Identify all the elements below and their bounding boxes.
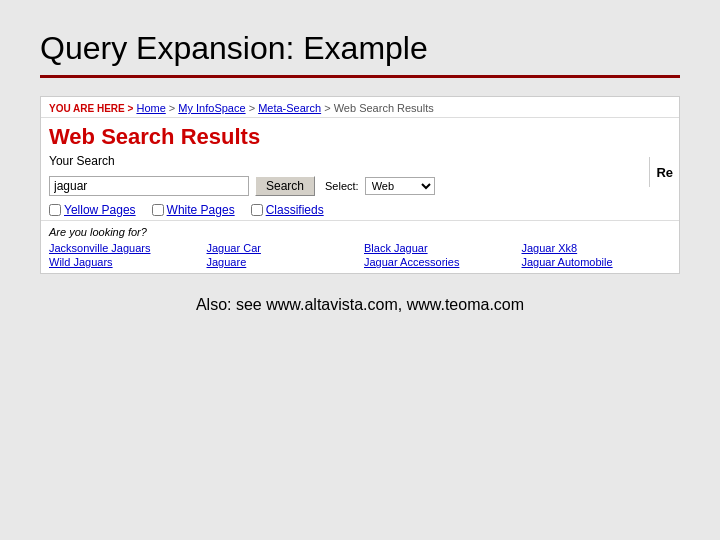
title-rule <box>40 75 680 78</box>
suggestion-jaguar-car[interactable]: Jaguar Car <box>207 242 357 254</box>
breadcrumb-myinfospace[interactable]: My InfoSpace <box>178 102 245 114</box>
checkbox-classifieds: Classifieds <box>251 203 324 217</box>
white-pages-checkbox[interactable] <box>152 204 164 216</box>
select-dropdown[interactable]: Web Images News <box>365 177 435 195</box>
search-row: Search Select: Web Images News <box>41 172 679 200</box>
classifieds-link[interactable]: Classifieds <box>266 203 324 217</box>
suggestions-grid: Jacksonville Jaguars Jaguar Car Black Ja… <box>49 242 671 268</box>
checkbox-row: Yellow Pages White Pages Classifieds <box>41 200 679 220</box>
white-pages-link[interactable]: White Pages <box>167 203 235 217</box>
web-search-heading: Web Search Results <box>41 118 679 152</box>
looking-for-title: Are you looking for? <box>49 226 671 238</box>
suggestion-jacksonville-jaguars[interactable]: Jacksonville Jaguars <box>49 242 199 254</box>
search-button[interactable]: Search <box>255 176 315 196</box>
checkbox-white-pages: White Pages <box>152 203 235 217</box>
breadcrumb-metasearch[interactable]: Meta-Search <box>258 102 321 114</box>
suggestion-jaguar-accessories[interactable]: Jaguar Accessories <box>364 256 514 268</box>
search-input[interactable] <box>49 176 249 196</box>
classifieds-checkbox[interactable] <box>251 204 263 216</box>
you-are-here-label: YOU ARE HERE > <box>49 103 133 114</box>
select-label: Select: <box>325 180 359 192</box>
slide-title: Query Expansion: Example <box>40 30 680 67</box>
suggestion-wild-jaguars[interactable]: Wild Jaguars <box>49 256 199 268</box>
your-search-label: Your Search <box>41 152 679 172</box>
slide: Query Expansion: Example YOU ARE HERE > … <box>0 0 720 540</box>
browser-box: YOU ARE HERE > Home > My InfoSpace > Met… <box>40 96 680 274</box>
breadcrumb-suffix: > Web Search Results <box>324 102 434 114</box>
re-badge: Re <box>649 157 679 187</box>
suggestion-jaguare[interactable]: Jaguare <box>207 256 357 268</box>
looking-for-section: Are you looking for? Jacksonville Jaguar… <box>41 220 679 273</box>
also-see: Also: see www.altavista.com, www.teoma.c… <box>40 296 680 314</box>
yellow-pages-checkbox[interactable] <box>49 204 61 216</box>
suggestion-black-jaguar[interactable]: Black Jaguar <box>364 242 514 254</box>
also-see-text: Also: see www.altavista.com, www.teoma.c… <box>196 296 524 313</box>
suggestion-jaguar-xk8[interactable]: Jaguar Xk8 <box>522 242 672 254</box>
breadcrumb-home[interactable]: Home <box>136 102 165 114</box>
yellow-pages-link[interactable]: Yellow Pages <box>64 203 136 217</box>
breadcrumb-bar: YOU ARE HERE > Home > My InfoSpace > Met… <box>41 97 679 118</box>
suggestion-jaguar-automobile[interactable]: Jaguar Automobile <box>522 256 672 268</box>
checkbox-yellow-pages: Yellow Pages <box>49 203 136 217</box>
